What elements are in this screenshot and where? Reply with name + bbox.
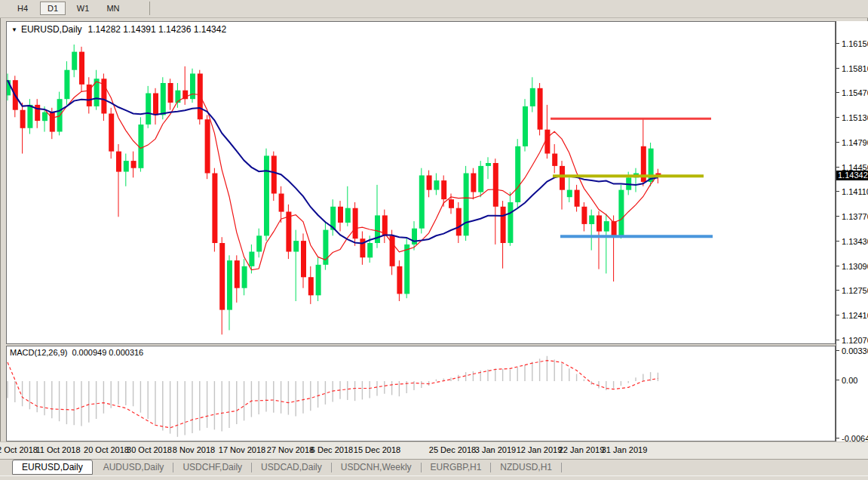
price-axis-label: 1.15470 — [836, 88, 868, 97]
time-axis-label: 15 Dec 2018 — [354, 445, 400, 454]
window-bottom-edge — [0, 475, 868, 480]
price-axis-label: 1.12070 — [836, 336, 868, 345]
macd-axis-label: 0.00 — [836, 376, 857, 385]
time-axis-label: 11 Oct 2018 — [35, 445, 80, 454]
time-axis-label: 6 Dec 2018 — [311, 445, 353, 454]
price-axis-label: 1.14110 — [836, 187, 868, 196]
chart-symbol-label: EURUSD,Daily — [21, 24, 82, 35]
price-axis-label: 1.12410 — [836, 311, 868, 320]
chart-tab-eurusd[interactable]: EURUSD,Daily — [12, 460, 93, 475]
candles — [7, 45, 661, 334]
time-axis-label: 27 Nov 2018 — [267, 445, 314, 454]
symbol-dropdown-icon[interactable]: ▼ — [11, 26, 17, 33]
price-axis-label: 1.15130 — [836, 113, 868, 122]
tab-separator — [421, 463, 422, 472]
tab-separator — [331, 463, 332, 472]
macd-axis-label: 0.003306 — [836, 346, 868, 355]
chart-tab-nzdusd[interactable]: NZDUSD,H1 — [492, 460, 560, 476]
time-axis-label: 22 Jan 2019 — [559, 445, 605, 454]
macd-histogram — [8, 356, 658, 437]
macd-indicator-label: MACD(12,26,9)0.000949 0.000316 — [10, 348, 143, 357]
chart-tab-usdcnh[interactable]: USDCNH,Weekly — [333, 460, 419, 476]
price-axis-label: 1.16150 — [836, 39, 868, 48]
chart-title: ▼EURUSD,Daily1.14282 1.14391 1.14236 1.1… — [11, 24, 226, 35]
chart-tab-usdcad[interactable]: USDCAD,Daily — [253, 460, 330, 476]
macd-chart[interactable] — [7, 346, 835, 441]
time-axis[interactable]: 2 Oct 201811 Oct 201820 Oct 201830 Oct 2… — [0, 442, 868, 459]
price-axis-label: 1.13090 — [836, 262, 868, 271]
time-axis-label: 30 Oct 2018 — [127, 445, 172, 454]
chart-tab-audusd[interactable]: AUDUSD,Daily — [96, 460, 172, 476]
price-axis-label: 1.12750 — [836, 286, 868, 295]
time-axis-label: 31 Jan 2019 — [602, 445, 648, 454]
chart-ohlc-values: 1.14282 1.14391 1.14236 1.14342 — [88, 24, 227, 35]
timeframe-toolbar: H4D1W1MN — [0, 0, 868, 18]
timeframe-button-h4[interactable]: H4 — [10, 2, 35, 15]
timeframe-button-mn[interactable]: MN — [100, 2, 126, 15]
macd-name: MACD(12,26,9) — [10, 348, 67, 357]
price-axis-label: 1.15810 — [836, 64, 868, 73]
chart-tab-eurgbp[interactable]: EURGBP,H1 — [423, 460, 489, 476]
timeframe-button-w1[interactable]: W1 — [70, 2, 96, 15]
macd-current-values: 0.000949 0.000316 — [72, 348, 143, 357]
price-axis[interactable]: 1.14342 1.161501.158101.154701.151301.14… — [836, 21, 868, 442]
time-axis-label: 2 Oct 2018 — [0, 445, 38, 454]
time-axis-label: 8 Nov 2018 — [173, 445, 215, 454]
tab-separator — [561, 463, 562, 472]
price-pane[interactable]: ▼EURUSD,Daily1.14282 1.14391 1.14236 1.1… — [6, 21, 836, 344]
price-axis-label: 1.14450 — [836, 163, 868, 172]
time-axis-label: 25 Dec 2018 — [429, 445, 476, 454]
price-axis-label: 1.14790 — [836, 138, 868, 147]
price-axis-label: 1.13770 — [836, 212, 868, 221]
price-axis-label: 1.13430 — [836, 237, 868, 246]
tab-separator — [490, 463, 491, 472]
time-axis-label: 3 Jan 2019 — [475, 445, 516, 454]
macd-pane[interactable]: MACD(12,26,9)0.000949 0.000316 — [6, 346, 836, 442]
chart-tab-usdchf[interactable]: USDCHF,Daily — [175, 460, 250, 476]
tab-separator — [173, 463, 173, 472]
timeframe-button-d1[interactable]: D1 — [40, 2, 66, 15]
tab-separator — [251, 463, 252, 472]
toolbar-separator — [149, 2, 150, 15]
metatrader-window: H4D1W1MN ▼EURUSD,Daily1.14282 1.14391 1.… — [0, 0, 868, 480]
chart-tabs-bar: EURUSD,DailyAUDUSD,DailyUSDCHF,DailyUSDC… — [0, 459, 868, 475]
price-chart[interactable] — [7, 22, 835, 343]
time-axis-label: 12 Jan 2019 — [517, 445, 563, 454]
time-axis-label: 17 Nov 2018 — [219, 445, 265, 454]
time-axis-label: 20 Oct 2018 — [84, 445, 129, 454]
